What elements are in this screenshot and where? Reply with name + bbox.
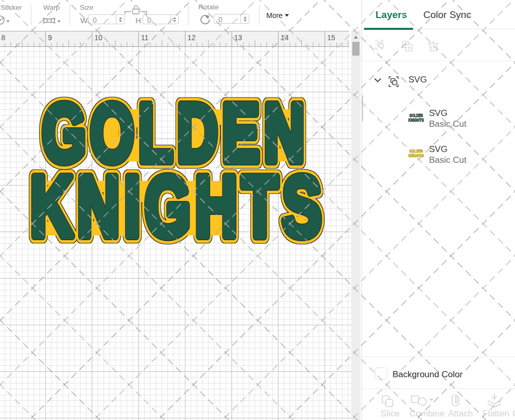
svg-text:KNIGHTS: KNIGHTS xyxy=(30,159,326,255)
